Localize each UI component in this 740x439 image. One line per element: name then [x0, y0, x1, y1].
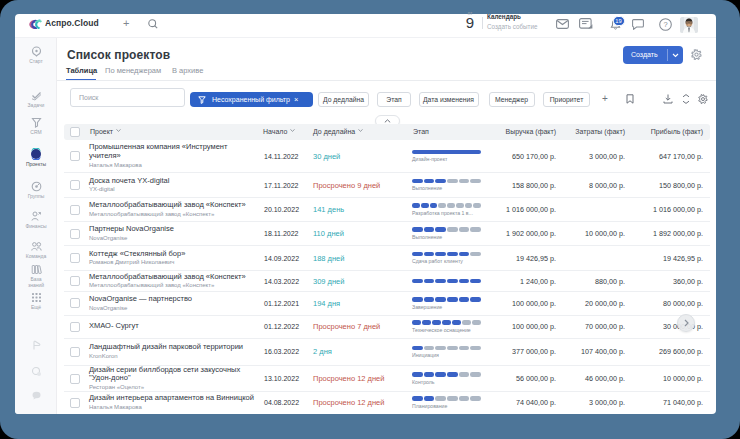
- svg-text:?: ?: [663, 20, 667, 29]
